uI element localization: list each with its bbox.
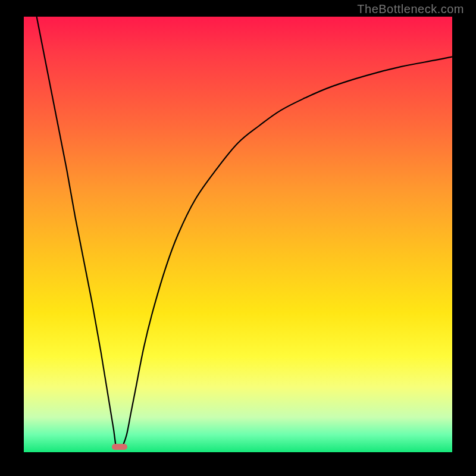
watermark-text: TheBottleneck.com <box>357 2 464 16</box>
chart-stage: TheBottleneck.com <box>0 0 476 476</box>
optimal-marker <box>112 444 127 450</box>
plot-area <box>24 17 452 452</box>
bottleneck-curve <box>24 17 452 452</box>
curve-path <box>37 17 452 447</box>
